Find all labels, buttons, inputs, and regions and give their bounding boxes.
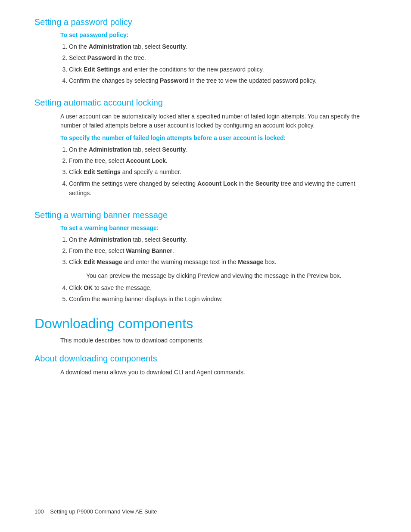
bold-text: Password [160, 77, 188, 84]
step-item: From the tree, select Account Lock. [69, 156, 377, 165]
warning-banner-steps: On the Administration tab, select Securi… [69, 235, 377, 267]
bold-text: Security [162, 236, 186, 243]
about-downloading-section: About downloading components A download … [34, 354, 377, 377]
bold-text: Security [162, 43, 186, 50]
bold-text: Account Lock [126, 157, 166, 164]
bold-text: Preview [307, 272, 328, 279]
step-item: Click Edit Message and enter the warning… [69, 257, 377, 267]
bold-text: Password [87, 54, 116, 61]
step-item: Confirm the changes by selecting Passwor… [69, 76, 377, 85]
bold-text: Preview [198, 272, 219, 279]
password-policy-section: Setting a password policy To set passwor… [34, 17, 377, 86]
password-policy-steps: On the Administration tab, select Securi… [69, 42, 377, 86]
bold-text: Edit Message [84, 258, 122, 265]
bold-text: Account Lock [197, 180, 237, 187]
step-item: On the Administration tab, select Securi… [69, 42, 377, 51]
about-downloading-body: A download menu allows you to download C… [60, 368, 377, 377]
step-item: From the tree, select Warning Banner. [69, 246, 377, 255]
bold-text: Administration [89, 236, 131, 243]
password-policy-title: Setting a password policy [34, 17, 377, 27]
bold-text: Administration [89, 146, 131, 153]
step-item: On the Administration tab, select Securi… [69, 145, 377, 154]
downloading-components-title: Downloading components [34, 316, 377, 332]
bold-text: OK [84, 284, 93, 291]
bold-text: Security [162, 146, 186, 153]
bold-text: Administration [89, 43, 131, 50]
account-locking-title: Setting automatic account locking [34, 98, 377, 108]
downloading-components-body: This module describes how to download co… [60, 336, 377, 345]
bold-text: Edit Settings [84, 168, 121, 175]
account-locking-instruction-label: To specify the number of failed login at… [60, 134, 377, 141]
password-policy-instruction-label: To set password policy: [60, 31, 377, 38]
account-locking-section: Setting automatic account locking A user… [34, 98, 377, 198]
step-item: Click Edit Settings and enter the condit… [69, 65, 377, 74]
step-item: Confirm the warning banner displays in t… [69, 294, 377, 304]
warning-banner-steps-cont: Click OK to save the message. Confirm th… [69, 283, 377, 304]
account-locking-steps: On the Administration tab, select Securi… [69, 145, 377, 198]
bold-text: Message [238, 258, 263, 265]
step-item: Click OK to save the message. [69, 283, 377, 292]
step-item: Confirm the settings were changed by sel… [69, 179, 377, 198]
bold-text: Security [255, 180, 279, 187]
page-number: 100 [34, 508, 44, 515]
about-downloading-title: About downloading components [34, 354, 377, 364]
warning-banner-sub-note: You can preview the message by clicking … [86, 271, 377, 280]
warning-banner-section: Setting a warning banner message To set … [34, 210, 377, 304]
step-item: Select Password in the tree. [69, 53, 377, 62]
footer-text: Setting up P9000 Command View AE Suite [50, 508, 157, 515]
bold-text: Edit Settings [84, 66, 121, 73]
step-item: On the Administration tab, select Securi… [69, 235, 377, 244]
bold-text: Warning Banner [126, 247, 172, 254]
step-item: Click Edit Settings and specify a number… [69, 167, 377, 177]
downloading-components-section: Downloading components This module descr… [34, 316, 377, 377]
page-footer: 100 Setting up P9000 Command View AE Sui… [34, 508, 157, 515]
warning-banner-title: Setting a warning banner message [34, 210, 377, 220]
warning-banner-instruction-label: To set a warning banner message: [60, 224, 377, 231]
account-locking-body: A user account can be automatically lock… [60, 112, 377, 130]
